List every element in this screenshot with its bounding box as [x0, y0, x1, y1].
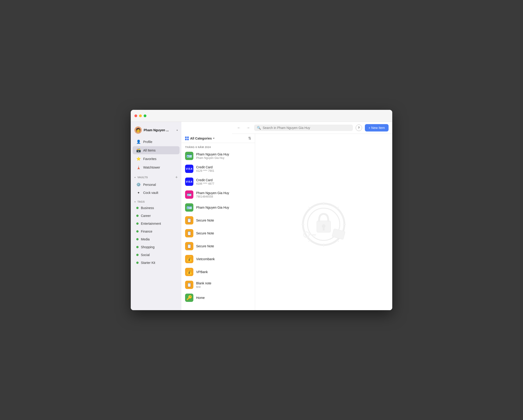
item-sub: 79014846558	[196, 195, 251, 198]
sidebar-item-profile-label: Profile	[143, 140, 152, 144]
back-button[interactable]: ←	[236, 125, 242, 131]
sidebar-item-personal-label: Personal	[143, 183, 156, 187]
list-item[interactable]: 🪪 Pham Nguyen Gia Huy Pham Nguyen Gia Hu…	[181, 149, 255, 162]
vaults-label: VAULTS	[138, 176, 148, 179]
item-text: Secure Note	[196, 231, 251, 235]
svg-rect-4	[323, 228, 325, 231]
sidebar-item-starter-kit[interactable]: Starter Kit	[133, 259, 180, 266]
item-text: Vietcombank	[196, 257, 251, 261]
user-menu[interactable]: 🧑 Pham Nguyen ... ▾	[131, 124, 181, 138]
empty-state	[255, 134, 392, 310]
category-selector[interactable]: All Categories ▾	[185, 137, 214, 140]
sidebar-item-all-items[interactable]: 🗃️ All Items	[133, 146, 180, 154]
favorites-icon: ⭐	[136, 156, 141, 161]
list-header: All Categories ▾ ⇅	[181, 134, 255, 143]
category-chevron-icon: ▾	[213, 137, 214, 140]
user-name: Pham Nguyen ...	[144, 128, 175, 132]
list-item[interactable]: 📋 Secure Note	[181, 227, 255, 240]
sidebar-item-starter-kit-label: Starter Kit	[141, 261, 155, 264]
list-item[interactable]: 📋 Secure Note	[181, 214, 255, 227]
finance-tag-dot	[136, 230, 139, 233]
category-grid-icon	[185, 137, 189, 140]
list-item[interactable]: VISA Credit Card 4198 **** 4877	[181, 175, 255, 188]
item-text: Secure Note	[196, 244, 251, 248]
main-layout: 🧑 Pham Nguyen ... ▾ 👤 Profile 🗃️ All Ite…	[131, 122, 392, 310]
sidebar-item-entertainment-label: Entertainment	[141, 222, 161, 225]
item-name: Credit Card	[196, 165, 251, 169]
minimize-button[interactable]	[139, 115, 142, 117]
item-name: Credit Card	[196, 178, 251, 182]
svg-point-3	[322, 224, 326, 228]
note-icon: 📋	[185, 229, 193, 237]
item-text: Blank note test	[196, 281, 251, 288]
item-name: Pham Nguyen Gia Huy	[196, 206, 251, 209]
right-panels: ← → 🔍 ? + New Item	[181, 122, 392, 310]
sidebar-item-profile[interactable]: 👤 Profile	[133, 138, 180, 146]
list-item[interactable]: VISA Credit Card 4129 **** 7901	[181, 162, 255, 175]
vaults-add-button[interactable]: +	[175, 175, 178, 179]
identity-icon: 🪪	[185, 152, 193, 160]
list-item[interactable]: 📋 Blank note test	[181, 278, 255, 291]
item-name: Home	[196, 296, 251, 300]
sidebar-item-business[interactable]: Business	[133, 204, 180, 212]
search-input[interactable]	[263, 126, 350, 130]
career-tag-dot	[136, 214, 139, 217]
identity-icon: 🪪	[185, 203, 193, 212]
bank-icon: 💰	[185, 268, 193, 276]
item-name: Pham Nguyen Gia Huy	[196, 152, 251, 156]
list-item[interactable]: 📋 Secure Note	[181, 240, 255, 253]
app-window: 🧑 Pham Nguyen ... ▾ 👤 Profile 🗃️ All Ite…	[131, 110, 392, 310]
lock-illustration	[294, 192, 354, 252]
new-item-button[interactable]: + New Item	[365, 124, 389, 132]
sidebar-item-career[interactable]: Career	[133, 212, 180, 219]
sidebar: 🧑 Pham Nguyen ... ▾ 👤 Profile 🗃️ All Ite…	[131, 122, 181, 310]
note-icon: 📋	[185, 216, 193, 224]
sidebar-item-media-label: Media	[141, 237, 150, 241]
starter-kit-tag-dot	[136, 262, 139, 264]
vaults-toggle[interactable]: ▾	[134, 176, 136, 179]
business-tag-dot	[136, 207, 139, 209]
sidebar-item-finance-label: Finance	[141, 230, 152, 233]
note-icon: 📋	[185, 281, 193, 289]
sidebar-item-favorites-label: Favorites	[143, 157, 156, 161]
sidebar-item-watchtower-label: Watchtower	[143, 165, 160, 169]
item-name: Secure Note	[196, 244, 251, 248]
sidebar-item-entertainment[interactable]: Entertainment	[133, 220, 180, 227]
sort-button[interactable]: ⇅	[248, 136, 251, 140]
traffic-lights	[134, 115, 147, 117]
item-text: VPBank	[196, 270, 251, 274]
sidebar-item-personal[interactable]: ⚙️ Personal	[133, 181, 180, 189]
list-item[interactable]: 💰 Vietcombank	[181, 253, 255, 265]
forward-button[interactable]: →	[245, 125, 251, 131]
list-item[interactable]: 🪪 Pham Nguyen Gia Huy 79014846558	[181, 188, 255, 201]
list-date-group: THÁNG 6 NĂM 2024	[181, 143, 255, 149]
sidebar-item-social[interactable]: Social	[133, 251, 180, 259]
tags-label: TAGS	[138, 200, 145, 203]
item-name: Pham Nguyen Gia Huy	[196, 191, 251, 195]
list-item[interactable]: 🔑 Home	[181, 291, 255, 304]
list-item[interactable]: 💰 VPBank	[181, 265, 255, 278]
item-text: Credit Card 4198 **** 4877	[196, 178, 251, 185]
sidebar-item-finance[interactable]: Finance	[133, 228, 180, 235]
bank-icon: 💰	[185, 255, 193, 263]
sidebar-item-shopping[interactable]: Shopping	[133, 243, 180, 251]
item-sub: test	[196, 285, 251, 288]
list-panel: All Categories ▾ ⇅ THÁNG 6 NĂM 2024 🪪	[181, 134, 255, 310]
maximize-button[interactable]	[144, 115, 147, 117]
note-icon: 📋	[185, 242, 193, 250]
tags-toggle[interactable]: ▾	[134, 201, 136, 203]
sidebar-item-cock-vault[interactable]: ✦ Cock vault	[133, 189, 180, 197]
item-name: Blank note	[196, 281, 251, 285]
item-text: Secure Note	[196, 219, 251, 222]
sidebar-item-watchtower[interactable]: 🗼 Watchtower	[133, 163, 180, 171]
list-item[interactable]: 🪪 Pham Nguyen Gia Huy	[181, 201, 255, 214]
item-text: Pham Nguyen Gia Huy 79014846558	[196, 191, 251, 198]
sidebar-item-favorites[interactable]: ⭐ Favorites	[133, 155, 180, 163]
cock-vault-icon: ✦	[136, 191, 141, 195]
sidebar-item-all-items-label: All Items	[143, 148, 155, 152]
visa-icon: VISA	[185, 178, 193, 186]
shopping-tag-dot	[136, 246, 139, 248]
close-button[interactable]	[134, 115, 137, 117]
sidebar-item-media[interactable]: Media	[133, 236, 180, 243]
help-button[interactable]: ?	[356, 124, 362, 131]
